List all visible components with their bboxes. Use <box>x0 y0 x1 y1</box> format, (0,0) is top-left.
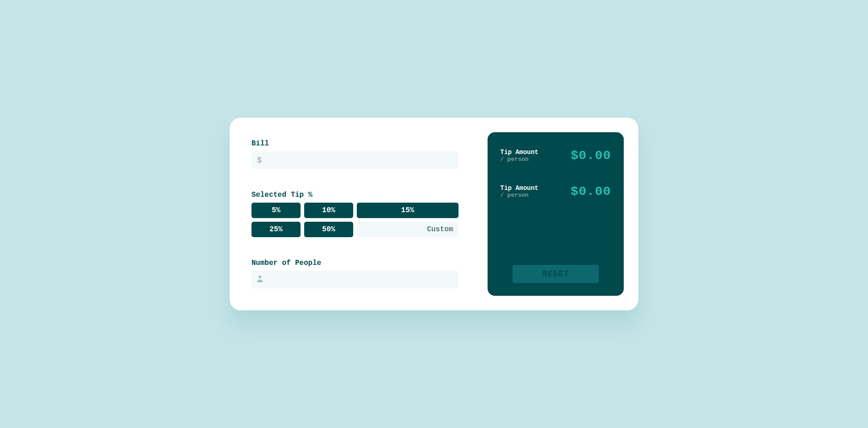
reset-button[interactable]: RESET <box>513 265 599 283</box>
tip-result-labels: Tip Amount / person <box>500 149 538 163</box>
dollar-icon: $ <box>257 156 262 165</box>
people-input[interactable] <box>252 271 459 289</box>
results-list: Tip Amount / person $0.00 Tip Amount / p… <box>500 149 611 199</box>
total-result-row: Tip Amount / person $0.00 <box>500 184 611 199</box>
total-result-value: $0.00 <box>571 184 611 199</box>
tip-result-value: $0.00 <box>571 149 611 163</box>
tip-label: Selected Tip % <box>252 191 459 199</box>
people-label: Number of People <box>252 259 459 267</box>
bill-input[interactable] <box>252 151 459 169</box>
svg-point-0 <box>259 275 261 278</box>
tip-button-50[interactable]: 50% <box>304 222 353 237</box>
total-result-labels: Tip Amount / person <box>500 184 538 199</box>
bill-label: Bill <box>252 139 459 148</box>
inputs-panel: Bill $ Selected Tip % 5% 10% 15% 25% 50%… <box>244 132 466 296</box>
tip-button-15[interactable]: 15% <box>357 203 459 218</box>
tip-custom-input[interactable] <box>357 222 459 237</box>
tip-result-title: Tip Amount <box>500 149 538 156</box>
tip-result-row: Tip Amount / person $0.00 <box>500 149 611 163</box>
tip-group: Selected Tip % 5% 10% 15% 25% 50% <box>252 191 459 237</box>
tip-button-5[interactable]: 5% <box>252 203 301 218</box>
total-result-title: Tip Amount <box>500 184 538 192</box>
calculator-card: Bill $ Selected Tip % 5% 10% 15% 25% 50%… <box>230 118 638 310</box>
tip-button-25[interactable]: 25% <box>252 222 301 237</box>
bill-input-wrap: $ <box>252 151 459 169</box>
people-group: Number of People <box>252 259 459 289</box>
tip-button-10[interactable]: 10% <box>304 203 353 218</box>
tip-result-sub: / person <box>500 156 538 163</box>
bill-group: Bill $ <box>252 139 459 169</box>
results-panel: Tip Amount / person $0.00 Tip Amount / p… <box>488 132 624 296</box>
person-icon <box>257 275 263 284</box>
tip-grid: 5% 10% 15% 25% 50% <box>252 203 459 237</box>
total-result-sub: / person <box>500 192 538 199</box>
people-input-wrap <box>252 271 459 289</box>
